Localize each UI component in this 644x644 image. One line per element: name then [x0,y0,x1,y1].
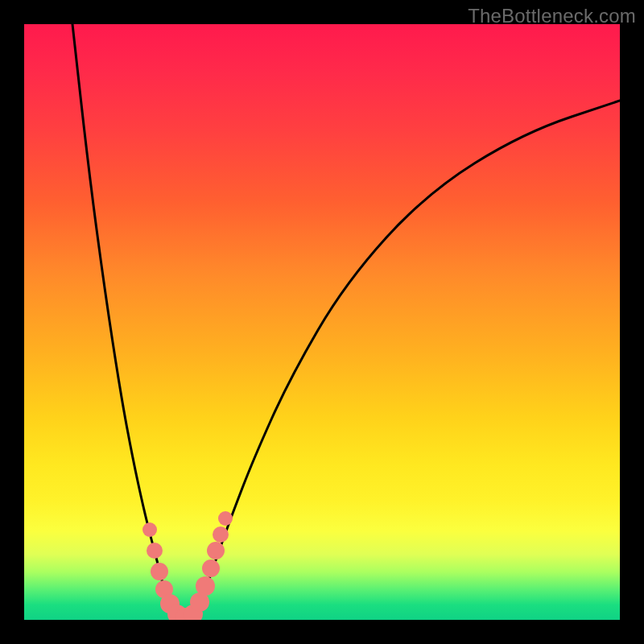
marker-dot [151,563,168,580]
marker-dot [175,608,195,620]
marker-dot [213,526,229,543]
marker-dot [196,576,215,596]
marker-dot [184,605,203,620]
marker-dot [202,559,220,577]
curve-left-branch [72,24,177,618]
watermark-text: TheBottleneck.com [468,5,636,27]
marker-dot [142,522,157,537]
marker-group [142,511,233,620]
marker-dot [160,594,180,613]
marker-dot [147,543,163,559]
curve-group [72,24,620,618]
chart-svg [24,24,620,620]
marker-dot [155,580,173,598]
marker-dot [218,511,233,526]
curve-right-branch [193,101,620,618]
marker-dot [167,605,187,620]
marker-dot [190,592,209,612]
chart-frame: TheBottleneck.com [0,0,644,644]
chart-plot-area [24,24,620,620]
marker-dot [207,542,225,559]
